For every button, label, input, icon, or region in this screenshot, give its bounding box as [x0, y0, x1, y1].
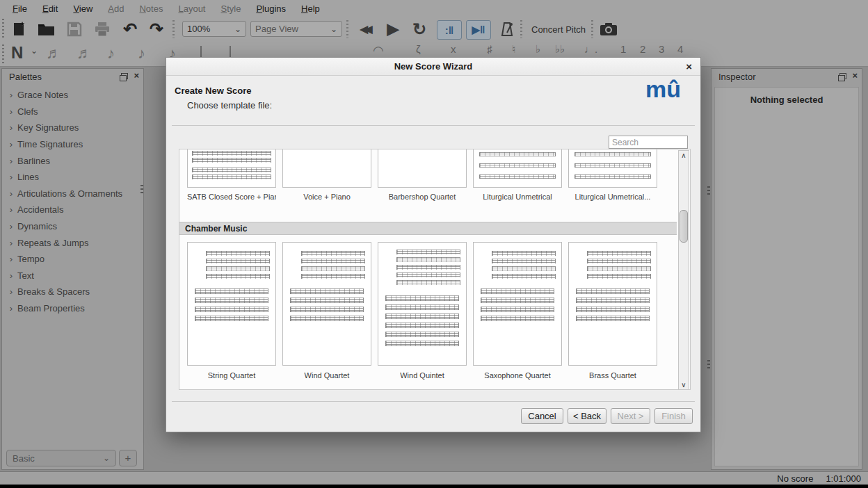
- staff-lines: [290, 298, 364, 303]
- staff-lines: [576, 298, 650, 303]
- template-thumbnail: [473, 242, 562, 366]
- staff-lines: [192, 168, 271, 172]
- staff-lines: [195, 307, 268, 312]
- window-bottom-edge: [0, 485, 868, 488]
- staff-lines: [192, 158, 271, 163]
- staff-lines: [385, 295, 459, 301]
- staff-lines: [385, 341, 459, 346]
- template-label: Liturgical Unmetrical...: [568, 193, 657, 201]
- staff-lines: [290, 307, 364, 312]
- staff-lines: [301, 251, 365, 256]
- template-thumbnail: [568, 149, 657, 188]
- staff-lines: [192, 151, 271, 156]
- staff-lines: [206, 259, 270, 263]
- template-thumbnail: [187, 242, 276, 366]
- staff-lines: [301, 259, 365, 263]
- staff-lines: [479, 163, 556, 168]
- section-header-chamber-music: Chamber Music: [179, 222, 677, 235]
- staff-lines: [385, 323, 459, 328]
- staff-lines: [206, 266, 270, 271]
- template-saxophone-quartet[interactable]: Saxophone Quartet: [473, 242, 562, 366]
- staff-lines: [385, 332, 459, 337]
- template-label: Barbershop Quartet: [378, 193, 467, 201]
- cancel-button[interactable]: Cancel: [521, 408, 563, 424]
- template-wind-quartet[interactable]: Wind Quartet: [282, 242, 371, 366]
- template-thumbnail: [282, 242, 371, 366]
- staff-lines: [492, 259, 556, 263]
- staff-lines: [492, 251, 556, 256]
- template-label: Voice + Piano: [282, 193, 371, 201]
- staff-lines: [206, 251, 270, 256]
- staff-lines: [587, 266, 651, 271]
- divider: [172, 401, 695, 402]
- staff-lines: [301, 266, 365, 271]
- staff-lines: [192, 174, 271, 179]
- next-button[interactable]: Next >: [611, 408, 650, 424]
- staff-lines: [481, 307, 554, 312]
- scroll-down-icon[interactable]: ∨: [679, 381, 689, 389]
- template-label: Wind Quartet: [282, 371, 371, 380]
- staff-lines: [587, 251, 651, 256]
- staff-lines: [492, 274, 556, 279]
- template-label: Saxophone Quartet: [473, 371, 562, 380]
- musescore-logo: mû: [645, 76, 681, 103]
- staff-lines: [195, 288, 268, 294]
- template-label: SATB Closed Score + Piano: [187, 193, 276, 201]
- finish-button[interactable]: Finish: [654, 408, 693, 424]
- staff-lines: [492, 266, 556, 271]
- template-thumbnail: [378, 242, 467, 366]
- staff-lines: [576, 307, 650, 312]
- template-liturgical-unmetrical-2[interactable]: Liturgical Unmetrical...: [568, 149, 657, 188]
- staff-lines: [290, 316, 364, 321]
- staff-lines: [587, 259, 651, 263]
- staff-lines: [576, 288, 650, 294]
- dialog-subheading: Choose template file:: [187, 100, 272, 111]
- scrollbar-thumb[interactable]: [680, 210, 688, 243]
- staff-lines: [574, 152, 651, 156]
- staff-lines: [396, 265, 460, 270]
- template-string-quartet[interactable]: String Quartet: [187, 242, 276, 366]
- search-input[interactable]: [609, 136, 688, 149]
- staff-lines: [385, 304, 459, 310]
- template-brass-quartet[interactable]: Brass Quartet: [568, 242, 657, 366]
- staff-lines: [574, 163, 651, 168]
- staff-lines: [396, 250, 460, 254]
- staff-lines: [479, 152, 556, 156]
- staff-lines: [587, 274, 651, 279]
- template-wind-quintet[interactable]: Wind Quintet: [378, 242, 467, 366]
- template-thumbnail: [187, 149, 276, 188]
- staff-lines: [481, 298, 554, 303]
- new-score-wizard-dialog: New Score Wizard × Create New Score Choo…: [166, 57, 701, 432]
- divider: [172, 125, 695, 126]
- template-satb-closed-score-piano[interactable]: SATB Closed Score + Piano: [187, 149, 276, 188]
- template-thumbnail: [473, 149, 562, 188]
- staff-lines: [396, 273, 460, 277]
- dialog-heading: Create New Score: [175, 86, 252, 96]
- staff-lines: [385, 314, 459, 319]
- staff-lines: [195, 316, 268, 321]
- staff-lines: [396, 257, 460, 262]
- template-list: SATB Closed Score + Piano Voice + Piano …: [179, 149, 691, 390]
- staff-lines: [301, 274, 365, 279]
- template-scrollbar[interactable]: ∧ ∨: [678, 150, 689, 390]
- template-barbershop-quartet[interactable]: Barbershop Quartet: [378, 149, 467, 188]
- application-window: File Edit View Add Notes Layout Style Pl…: [0, 0, 868, 488]
- staff-lines: [396, 280, 460, 285]
- template-label: Wind Quintet: [378, 371, 467, 380]
- template-thumbnail: [378, 149, 467, 188]
- staff-lines: [195, 298, 268, 303]
- template-thumbnail: [282, 149, 371, 188]
- staff-lines: [574, 174, 651, 179]
- template-liturgical-unmetrical[interactable]: Liturgical Unmetrical: [473, 149, 562, 188]
- dialog-close-icon[interactable]: ×: [686, 58, 692, 76]
- dialog-title[interactable]: New Score Wizard: [166, 58, 700, 76]
- scroll-up-icon[interactable]: ∧: [679, 152, 689, 159]
- template-voice-piano[interactable]: Voice + Piano: [282, 149, 371, 188]
- staff-lines: [290, 288, 364, 294]
- staff-lines: [479, 174, 556, 179]
- template-thumbnail: [568, 242, 657, 366]
- template-label: String Quartet: [187, 371, 276, 380]
- back-button[interactable]: < Back: [568, 408, 606, 424]
- template-label: Brass Quartet: [568, 371, 657, 380]
- staff-lines: [481, 316, 554, 321]
